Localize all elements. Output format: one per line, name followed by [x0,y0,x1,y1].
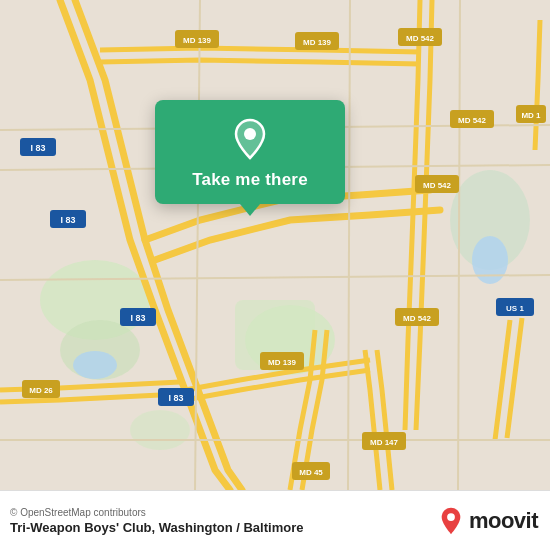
svg-text:MD 139: MD 139 [303,38,332,47]
svg-text:MD 542: MD 542 [403,314,432,323]
copyright-text: © OpenStreetMap contributors [10,507,303,518]
svg-text:MD 26: MD 26 [29,386,53,395]
moovit-text: moovit [469,508,538,534]
footer-left: © OpenStreetMap contributors Tri-Weapon … [10,507,303,535]
svg-text:MD 139: MD 139 [183,36,212,45]
take-me-there-button[interactable]: Take me there [192,170,308,190]
moovit-pin-icon [437,507,465,535]
footer-bar: © OpenStreetMap contributors Tri-Weapon … [0,490,550,550]
location-pin-icon [228,116,272,160]
map-container: I 83 I 83 I 83 I 83 MD 139 MD 139 MD 139… [0,0,550,490]
svg-text:I 83: I 83 [168,393,183,403]
location-title: Tri-Weapon Boys' Club, Washington / Balt… [10,520,303,535]
svg-text:US 1: US 1 [506,304,524,313]
svg-text:MD 147: MD 147 [370,438,399,447]
svg-point-5 [130,410,190,450]
svg-text:MD 542: MD 542 [423,181,452,190]
svg-text:I 83: I 83 [130,313,145,323]
svg-text:I 83: I 83 [60,215,75,225]
svg-text:MD 139: MD 139 [268,358,297,367]
svg-text:MD 542: MD 542 [406,34,435,43]
svg-text:MD 1: MD 1 [521,111,541,120]
svg-point-48 [244,128,256,140]
svg-point-7 [73,351,117,379]
map-svg: I 83 I 83 I 83 I 83 MD 139 MD 139 MD 139… [0,0,550,490]
svg-text:MD 542: MD 542 [458,116,487,125]
moovit-logo: moovit [437,507,538,535]
svg-text:MD 45: MD 45 [299,468,323,477]
svg-point-8 [472,236,508,284]
svg-text:I 83: I 83 [30,143,45,153]
location-card[interactable]: Take me there [155,100,345,204]
svg-point-49 [447,513,455,521]
